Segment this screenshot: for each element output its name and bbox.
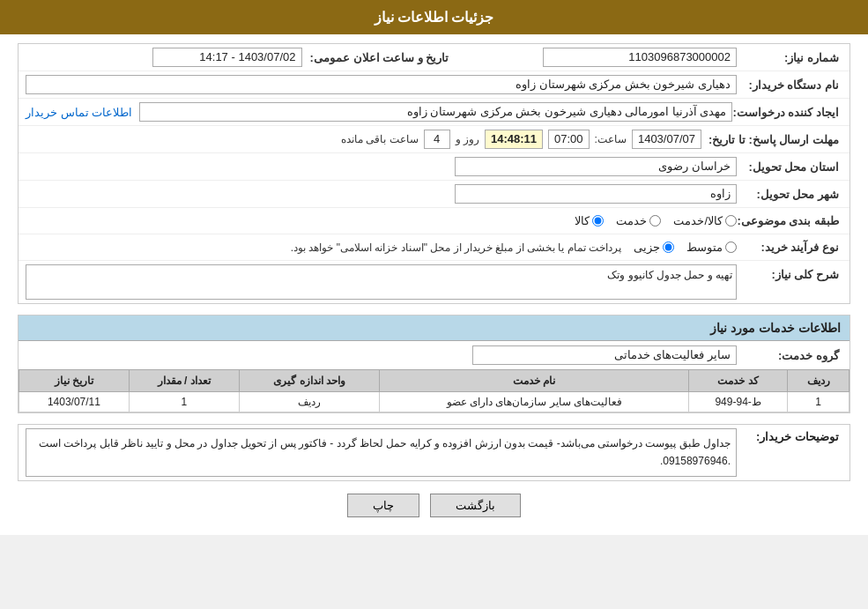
cell-code: ط-94-949 bbox=[688, 392, 787, 412]
page-header: جزئیات اطلاعات نیاز bbox=[0, 0, 868, 34]
buyer-org-value-cell: دهیاری شیرخون بخش مرکزی شهرستان زاوه bbox=[26, 75, 737, 94]
city-value-cell: زاوه bbox=[26, 184, 737, 204]
service-group-label: گروه خدمت: bbox=[737, 349, 842, 362]
col-row: ردیف bbox=[788, 370, 849, 392]
services-section-title: اطلاعات خدمات مورد نیاز bbox=[19, 316, 849, 341]
cell-qty: 1 bbox=[129, 392, 239, 412]
buyer-org-row: نام دستگاه خریدار: دهیاری شیرخون بخش مرک… bbox=[19, 71, 849, 99]
deadline-value-cell: 1403/07/07 ساعت: 07:00 14:48:11 روز و 4 … bbox=[26, 130, 701, 149]
purchase-note: پرداخت تمام یا بخشی از مبلغ خریدار از مح… bbox=[291, 241, 621, 254]
col-name: نام خدمت bbox=[380, 370, 688, 392]
deadline-label: مهلت ارسال پاسخ: تا تاریخ: bbox=[701, 133, 842, 146]
deadline-remaining: 14:48:11 bbox=[485, 130, 543, 149]
category-khedmat-item: خدمت bbox=[616, 214, 661, 227]
buyer-desc-label: توضیحات خریدار: bbox=[737, 428, 842, 443]
category-kala-khedmat-label: کالا/خدمت bbox=[673, 214, 723, 227]
purchase-jozei-radio[interactable] bbox=[663, 241, 674, 253]
announcement-label: تاریخ و ساعت اعلان عمومی: bbox=[302, 51, 461, 64]
buyer-desc-row: توضیحات خریدار: جداول طبق پیوست درخواستی… bbox=[19, 425, 849, 480]
buyer-org-value: دهیاری شیرخون بخش مرکزی شهرستان زاوه bbox=[26, 75, 737, 94]
page-container: جزئیات اطلاعات نیاز شماره نیاز: 11030968… bbox=[0, 0, 868, 535]
need-number-row: شماره نیاز: 1103096873000002 تاریخ و ساع… bbox=[19, 44, 849, 71]
creator-link[interactable]: اطلاعات تماس خریدار bbox=[26, 106, 132, 119]
col-code: کد خدمت bbox=[688, 370, 787, 392]
purchase-motavaset-radio[interactable] bbox=[725, 241, 737, 253]
province-value-cell: خراسان رضوی bbox=[26, 157, 737, 176]
need-number-value: 1103096873000002 bbox=[543, 48, 737, 67]
need-description-value-cell: تهیه و حمل جدول کانیوو وتک bbox=[26, 264, 737, 300]
category-kala-label: کالا bbox=[575, 214, 590, 227]
table-head: ردیف کد خدمت نام خدمت واحد اندازه گیری ت… bbox=[19, 370, 849, 392]
services-section: اطلاعات خدمات مورد نیاز گروه خدمت: سایر … bbox=[18, 315, 850, 413]
need-number-label: شماره نیاز: bbox=[737, 51, 842, 64]
need-description-value: تهیه و حمل جدول کانیوو وتک bbox=[26, 264, 737, 300]
cell-date: 1403/07/11 bbox=[19, 392, 130, 412]
cell-unit: ردیف bbox=[239, 392, 380, 412]
back-button[interactable]: بازگشت bbox=[430, 494, 521, 517]
service-group-value-cell: سایر فعالیت‌های خدماتی bbox=[26, 345, 737, 365]
creator-value-cell: مهدی آذرنیا امورمالی دهیاری شیرخون بخش م… bbox=[26, 102, 732, 122]
purchase-type-value-cell: متوسط جزیی پرداخت تمام یا بخشی از مبلغ خ… bbox=[26, 241, 737, 254]
buyer-org-label: نام دستگاه خریدار: bbox=[737, 78, 842, 92]
items-table: ردیف کد خدمت نام خدمت واحد اندازه گیری ت… bbox=[19, 369, 849, 412]
category-radio-group: کالا/خدمت خدمت کالا bbox=[575, 214, 737, 227]
table-row: 1 ط-94-949 فعالیت‌های سایر سازمان‌های دا… bbox=[19, 392, 849, 412]
deadline-remaining-label: ساعت باقی مانده bbox=[341, 133, 419, 145]
need-description-row: شرح کلی نیاز: تهیه و حمل جدول کانیوو وتک bbox=[19, 261, 849, 303]
province-value: خراسان رضوی bbox=[455, 157, 737, 176]
category-khedmat-label: خدمت bbox=[616, 214, 647, 227]
announcement-value: 1403/07/02 - 14:17 bbox=[152, 48, 302, 67]
purchase-motavaset-item: متوسط bbox=[686, 241, 737, 254]
category-kala-item: کالا bbox=[575, 214, 604, 227]
buyer-desc-value: جداول طبق پیوست درخواستی می‌باشد- قیمت ب… bbox=[26, 428, 737, 477]
city-row: شهر محل تحویل: زاوه bbox=[19, 181, 849, 208]
deadline-time-label: ساعت: bbox=[595, 133, 627, 145]
purchase-type-row: نوع فرآیند خرید: متوسط جزیی پرداخت تمام … bbox=[19, 234, 849, 261]
deadline-days-label: روز و bbox=[456, 133, 479, 145]
creator-label: ایجاد کننده درخواست: bbox=[732, 106, 842, 119]
print-button[interactable]: چاپ bbox=[347, 494, 419, 517]
header-title: جزئیات اطلاعات نیاز bbox=[375, 10, 494, 25]
info-section: شماره نیاز: 1103096873000002 تاریخ و ساع… bbox=[18, 43, 850, 304]
main-content: شماره نیاز: 1103096873000002 تاریخ و ساع… bbox=[0, 34, 868, 535]
purchase-type-row-inner: متوسط جزیی پرداخت تمام یا بخشی از مبلغ خ… bbox=[291, 241, 737, 254]
category-row: طبقه بندی موضوعی: کالا/خدمت خدمت bbox=[19, 208, 849, 234]
category-value-cell: کالا/خدمت خدمت کالا bbox=[26, 214, 737, 227]
category-kala-khedmat-item: کالا/خدمت bbox=[673, 214, 737, 227]
col-date: تاریخ نیاز bbox=[19, 370, 130, 392]
deadline-fields: 1403/07/07 ساعت: 07:00 14:48:11 روز و 4 … bbox=[341, 130, 701, 149]
need-number-value-cell: 1103096873000002 bbox=[461, 48, 738, 67]
category-kala-khedmat-radio[interactable] bbox=[725, 215, 737, 227]
creator-row: ایجاد کننده درخواست: مهدی آذرنیا امورمال… bbox=[19, 99, 849, 126]
purchase-type-label: نوع فرآیند خرید: bbox=[737, 241, 842, 254]
deadline-row: مهلت ارسال پاسخ: تا تاریخ: 1403/07/07 سا… bbox=[19, 126, 849, 153]
category-label: طبقه بندی موضوعی: bbox=[737, 214, 842, 227]
service-group-row: گروه خدمت: سایر فعالیت‌های خدماتی bbox=[19, 341, 849, 369]
table-body: 1 ط-94-949 فعالیت‌های سایر سازمان‌های دا… bbox=[19, 392, 849, 412]
need-description-label: شرح کلی نیاز: bbox=[737, 264, 842, 281]
col-unit: واحد اندازه گیری bbox=[239, 370, 380, 392]
province-label: استان محل تحویل: bbox=[737, 160, 842, 174]
table-header-row: ردیف کد خدمت نام خدمت واحد اندازه گیری ت… bbox=[19, 370, 849, 392]
cell-name: فعالیت‌های سایر سازمان‌های دارای عضو bbox=[380, 392, 688, 412]
buyer-desc-value-cell: جداول طبق پیوست درخواستی می‌باشد- قیمت ب… bbox=[26, 428, 737, 477]
purchase-jozei-item: جزیی bbox=[634, 241, 674, 254]
category-kala-radio[interactable] bbox=[592, 215, 604, 227]
purchase-motavaset-label: متوسط bbox=[686, 241, 723, 254]
city-label: شهر محل تحویل: bbox=[737, 188, 842, 201]
announcement-value-cell: 1403/07/02 - 14:17 bbox=[26, 48, 302, 67]
purchase-jozei-label: جزیی bbox=[634, 241, 660, 254]
service-group-value: سایر فعالیت‌های خدماتی bbox=[472, 345, 737, 365]
city-value: زاوه bbox=[455, 184, 737, 204]
deadline-time: 07:00 bbox=[548, 130, 590, 149]
category-khedmat-radio[interactable] bbox=[649, 215, 661, 227]
cell-row: 1 bbox=[788, 392, 849, 412]
buttons-row: بازگشت چاپ bbox=[18, 494, 850, 517]
buyer-description-section: توضیحات خریدار: جداول طبق پیوست درخواستی… bbox=[18, 424, 850, 481]
deadline-date: 1403/07/07 bbox=[632, 130, 701, 149]
province-row: استان محل تحویل: خراسان رضوی bbox=[19, 153, 849, 181]
creator-value: مهدی آذرنیا امورمالی دهیاری شیرخون بخش م… bbox=[139, 102, 732, 122]
col-qty: تعداد / مقدار bbox=[129, 370, 239, 392]
deadline-days: 4 bbox=[424, 130, 450, 149]
